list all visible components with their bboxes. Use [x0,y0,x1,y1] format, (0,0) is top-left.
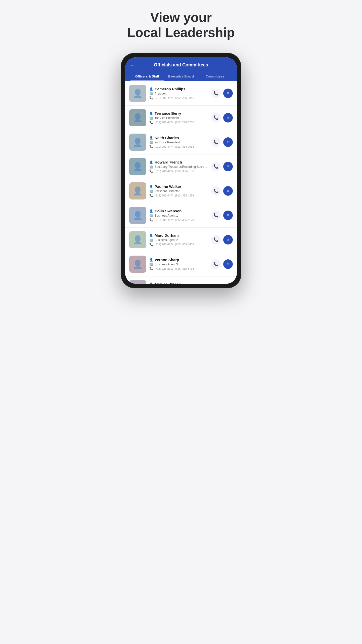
person-role: Business Agent 1 [155,214,178,217]
person-actions: 📞 ✉ [211,162,233,171]
person-info: 👤 Vernon Sharp 🏢 Business Agent 3 📞 (713… [149,258,208,270]
email-button[interactable]: ✉ [223,235,233,245]
email-button[interactable]: ✉ [223,211,233,220]
person-icon: 👤 [149,258,153,262]
person-role: Business Agent 2 [155,238,178,242]
tab-executive-board[interactable]: Executive Board [164,72,198,81]
phone-icon: 📞 [149,120,153,124]
member-card: 👤 👤 Colin Swanson 🏢 Business Agent 1 📞 (… [125,203,237,228]
back-button[interactable]: ← [130,62,136,68]
phone-action-icon: 📞 [213,115,218,120]
person-role: 2nd Vice President [155,141,180,144]
member-card: 👤 👤 Terrance Berry 🏢 1st Vice President … [125,106,237,130]
avatar: 👤 [129,109,146,126]
person-icon: 👤 [149,283,153,284]
person-phones: (912) 201-4474, (912) 200-0842 [155,96,194,99]
app-title: Officials and Committees [138,62,224,68]
role-icon: 🏢 [149,116,153,120]
hero-line1: View your [150,10,212,25]
person-role: Personnel Director [155,189,179,193]
call-button[interactable]: 📞 [211,162,221,171]
call-button[interactable]: 📞 [211,137,221,147]
phone-action-icon: 📞 [213,164,218,169]
person-name: Pauline Walker [155,184,181,189]
email-button[interactable]: ✉ [223,259,233,269]
person-info: 👤 Keith Charles 🏢 2nd Vice President 📞 (… [149,136,208,148]
person-name: Terrance Berry [155,111,181,115]
person-info: 👤 Colin Swanson 🏢 Business Agent 1 📞 (91… [149,209,208,222]
mail-action-icon: ✉ [227,91,230,95]
avatar: 👤 [129,280,146,284]
phone-icon: 📞 [149,267,153,270]
member-card: 👤 👤 Howard French 🏢 Secretary Treasurer/… [125,154,237,179]
person-phones: (912) 201-4474, (912) 965-8406 [155,243,194,246]
phone-action-icon: 📞 [213,140,218,144]
person-phones: (912) 201-4474, (912) 414-0938 [155,145,194,148]
call-button[interactable]: 📞 [211,259,221,269]
phone-icon: 📞 [149,169,153,173]
member-card: 👤 👤 Pauline Walker 🏢 Personnel Director … [125,179,237,203]
phone-action-icon: 📞 [213,213,218,218]
call-button[interactable]: 📞 [211,211,221,220]
person-phones: (912) 201-4474, (912) 356-8103 [155,170,194,173]
email-button[interactable]: ✉ [223,162,233,171]
person-name: Howard French [155,160,182,164]
role-icon: 🏢 [149,92,153,95]
mail-action-icon: ✉ [227,116,230,119]
person-phones: (912) 201-4474, (912) 395-4179 [155,218,194,221]
email-button[interactable]: ✉ [223,186,233,196]
person-name: Vernon Sharp [155,258,179,262]
call-button[interactable]: 📞 [211,235,221,245]
member-card: 👤 👤 Cameron Phillips 🏢 President 📞 (912)… [125,81,237,106]
person-info: 👤 Monica Wilson 🏢 Business Agent 4 📞 (71… [149,282,208,284]
mail-action-icon: ✉ [227,189,230,193]
person-icon: 👤 [149,160,153,164]
member-card: 👤 👤 Keith Charles 🏢 2nd Vice President 📞… [125,130,237,154]
members-list: 👤 👤 Cameron Phillips 🏢 President 📞 (912)… [125,81,237,284]
call-button[interactable]: 📞 [211,89,221,98]
tab-officers-staff[interactable]: Officers & Staff [130,72,164,81]
avatar: 👤 [129,231,146,248]
email-button[interactable]: ✉ [223,113,233,123]
person-info: 👤 Pauline Walker 🏢 Personnel Director 📞 … [149,184,208,197]
person-phones: (713) 923-2912, (346) 315-8718 [155,267,194,270]
phone-icon: 📞 [149,145,153,148]
person-actions: 📞 ✉ [211,89,233,98]
person-icon: 👤 [149,136,153,140]
person-info: 👤 Marc Durham 🏢 Business Agent 2 📞 (912)… [149,233,208,246]
phone-action-icon: 📞 [213,91,218,96]
person-role: 1st Vice President [155,116,179,120]
call-button[interactable]: 📞 [211,186,221,196]
app-header: ← Officials and Committees Officers & St… [125,57,237,81]
phone-icon: 📞 [149,96,153,100]
call-button[interactable]: 📞 [211,113,221,123]
person-name: Cameron Phillips [155,87,186,91]
person-actions: 📞 ✉ [211,211,233,220]
person-role: Secretary Treasurer/Recording Secre... [155,165,207,169]
person-info: 👤 Terrance Berry 🏢 1st Vice President 📞 … [149,111,208,124]
phone-screen: ← Officials and Committees Officers & St… [125,57,237,284]
phone-icon: 📞 [149,243,153,246]
person-icon: 👤 [149,185,153,188]
person-info: 👤 Howard French 🏢 Secretary Treasurer/Re… [149,160,208,173]
avatar: 👤 [129,182,146,199]
phone-icon: 📞 [149,218,153,222]
role-icon: 🏢 [149,189,153,193]
avatar: 👤 [129,158,146,175]
role-icon: 🏢 [149,238,153,242]
email-button[interactable]: ✉ [223,89,233,98]
email-button[interactable]: ✉ [223,137,233,147]
hero-line2: Local Leadership [127,25,235,40]
person-role: Business Agent 3 [155,263,178,266]
avatar: 👤 [129,256,146,273]
phone-action-icon: 📞 [213,237,218,242]
phone-icon: 📞 [149,194,153,197]
tab-committees[interactable]: Committees [198,72,232,81]
person-name: Monica Wilson [155,282,181,284]
member-card: 👤 👤 Marc Durham 🏢 Business Agent 2 📞 (91… [125,228,237,252]
avatar: 👤 [129,85,146,102]
person-name: Colin Swanson [155,209,182,213]
person-actions: 📞 ✉ [211,113,233,123]
tab-bar: Officers & Staff Executive Board Committ… [130,72,232,81]
person-role: President [155,92,167,95]
